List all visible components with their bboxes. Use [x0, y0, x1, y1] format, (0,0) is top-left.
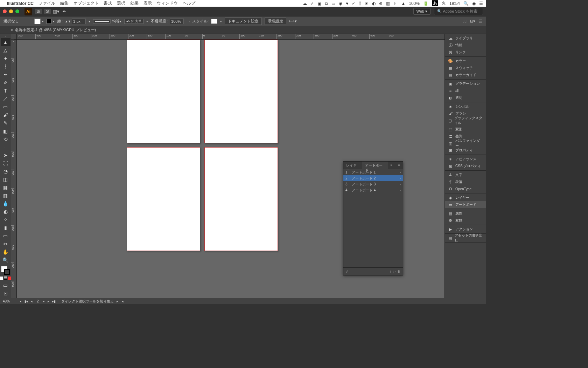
- weather-icon[interactable]: ☀: [365, 1, 369, 6]
- panel-item[interactable]: ▦スウォッチ: [445, 64, 486, 71]
- menu-edit[interactable]: 編集: [60, 0, 69, 6]
- panel-item[interactable]: ▤カラーガイド: [445, 71, 486, 79]
- perspective-tool[interactable]: ◫: [1, 175, 10, 183]
- move-up-icon[interactable]: ↑: [390, 270, 391, 273]
- layers-tab[interactable]: レイヤー: [343, 162, 362, 169]
- panel-item[interactable]: ◈レイヤー: [445, 194, 486, 201]
- volume-icon[interactable]: ▲: [401, 1, 405, 6]
- panel-item[interactable]: ▶アクション: [445, 226, 486, 233]
- arrange-icon[interactable]: ▥▾: [53, 9, 59, 14]
- last-artboard-icon[interactable]: ▸▮: [52, 300, 56, 303]
- prefs-button[interactable]: 環境設定: [265, 18, 286, 25]
- horizontal-ruler[interactable]: 5004504003503002502001501005005010015020…: [17, 34, 444, 40]
- menu-view[interactable]: 表示: [144, 0, 152, 6]
- status-icon[interactable]: ✓: [352, 1, 355, 6]
- siri-icon[interactable]: ◉: [472, 1, 476, 6]
- battery-icon[interactable]: 🔋: [423, 1, 428, 6]
- rectangle-tool[interactable]: ▭: [1, 103, 10, 111]
- curvature-tool[interactable]: ✐: [1, 79, 10, 87]
- panel-item[interactable]: ▤アセットの書き出し: [445, 234, 486, 241]
- panel-item[interactable]: ▢グラフィックスタイル: [445, 117, 486, 124]
- ime-indicator[interactable]: あ: [432, 0, 438, 6]
- menu-type[interactable]: 書式: [104, 0, 112, 6]
- panel-item[interactable]: ◫パスファインダー: [445, 140, 486, 147]
- doc-setup-button[interactable]: ドキュメント設定: [225, 18, 262, 25]
- none-mode[interactable]: [8, 277, 11, 280]
- battery-status[interactable]: ▥: [386, 1, 390, 6]
- gradient-tool[interactable]: ▥: [1, 191, 10, 199]
- ruler-origin[interactable]: [11, 34, 17, 40]
- fill-stroke-control[interactable]: [1, 266, 10, 275]
- menu-effect[interactable]: 効果: [130, 0, 139, 6]
- panel-item[interactable]: ▭アートボード: [445, 201, 486, 208]
- app-name[interactable]: Illustrator CC: [7, 1, 34, 6]
- artboard-2[interactable]: [204, 40, 278, 143]
- panel-item[interactable]: ⌘リンク: [445, 49, 486, 56]
- brush-preview[interactable]: ● 5 pt. 丸筆: [124, 19, 144, 24]
- shaper-tool[interactable]: ✎: [1, 119, 10, 127]
- panel-item[interactable]: ⊞CSS プロパティ: [445, 163, 486, 170]
- stock-search[interactable]: 🔍 Adobe Stock を検索: [434, 8, 483, 15]
- artboard-1[interactable]: [127, 40, 200, 143]
- screen-mode[interactable]: ▭: [1, 281, 10, 289]
- edit-mode[interactable]: ⊡: [1, 289, 10, 297]
- width-tool[interactable]: ➤: [1, 151, 10, 159]
- artboard-number-input[interactable]: [34, 299, 42, 303]
- blend-tool[interactable]: ◐: [1, 207, 10, 216]
- menu-window[interactable]: ウィンドウ: [157, 0, 178, 6]
- canvas-area[interactable]: 5004504003503002502001501005005010015020…: [11, 34, 444, 298]
- shape-builder-tool[interactable]: ◔: [1, 167, 10, 175]
- mesh-tool[interactable]: ▦: [1, 183, 10, 191]
- next-artboard-icon[interactable]: ▸: [48, 300, 49, 303]
- status-icon[interactable]: ᛖ: [359, 1, 361, 6]
- eyedropper-tool[interactable]: 💧: [1, 199, 10, 207]
- panel-item[interactable]: ♣シンボル: [445, 103, 486, 110]
- lasso-tool[interactable]: ⟆: [1, 62, 10, 70]
- new-artboard-icon[interactable]: ▫: [395, 270, 397, 273]
- menu-object[interactable]: オブジェクト: [74, 0, 99, 6]
- opacity-input[interactable]: [170, 19, 184, 24]
- first-artboard-icon[interactable]: ▮◂: [24, 300, 28, 303]
- window-minimize[interactable]: [9, 9, 13, 13]
- panel-item[interactable]: ▣グラデーション: [445, 80, 486, 87]
- panel-item[interactable]: A文字: [445, 171, 486, 178]
- fill-swatch[interactable]: [34, 19, 41, 24]
- menu-select[interactable]: 選択: [117, 0, 125, 6]
- free-transform-tool[interactable]: ⛶: [1, 159, 10, 167]
- panel-menu-icon[interactable]: ≡: [395, 162, 403, 169]
- artboard-row[interactable]: 1アートボード 1▫: [343, 169, 403, 175]
- workspace-dropdown[interactable]: Web ▾: [413, 8, 430, 15]
- artboards-tab[interactable]: アートボード: [362, 162, 388, 169]
- color-mode[interactable]: [0, 277, 3, 280]
- close-tab-icon[interactable]: ×: [10, 28, 13, 33]
- slice-tool[interactable]: ✂: [1, 240, 10, 248]
- clock-icon[interactable]: ◐: [372, 1, 376, 6]
- zoom-tool[interactable]: 🔍: [1, 256, 10, 264]
- move-down-icon[interactable]: ↓: [392, 270, 394, 273]
- rearrange-icon[interactable]: ⤢: [345, 270, 348, 273]
- cc-icon[interactable]: ◉: [339, 1, 342, 6]
- stroke-width-input[interactable]: [72, 19, 86, 24]
- view-toggle-icon[interactable]: ⊟▾: [470, 19, 475, 23]
- panel-item[interactable]: ▤属性: [445, 210, 486, 217]
- panel-item[interactable]: 🎨カラー: [445, 57, 486, 64]
- status-icon[interactable]: ▭: [331, 1, 335, 6]
- clock-time[interactable]: 18:54: [449, 1, 460, 6]
- hand-tool[interactable]: ✋: [1, 248, 10, 256]
- window-zoom[interactable]: [15, 9, 19, 13]
- style-swatch[interactable]: [211, 19, 217, 24]
- type-tool[interactable]: T: [1, 87, 10, 95]
- vertical-ruler[interactable]: 050100150200250300350400450500550600650: [11, 40, 17, 298]
- menu-help[interactable]: ヘルプ: [183, 0, 195, 6]
- artboard-tool[interactable]: ▭: [1, 232, 10, 240]
- battery-percent[interactable]: 100%: [409, 1, 420, 6]
- stock-chip[interactable]: St: [44, 9, 51, 14]
- document-tab-title[interactable]: 名称未設定-1 @ 49% (CMYK/GPU プレビュー): [15, 27, 96, 33]
- delete-icon[interactable]: 🗑: [397, 270, 401, 273]
- artboard-row[interactable]: 4アートボード 4▫: [343, 187, 403, 193]
- artboard-3[interactable]: [127, 147, 200, 251]
- menu-icon[interactable]: ☰: [479, 1, 483, 6]
- panel-item[interactable]: ⓘ情報: [445, 42, 486, 49]
- selection-tool[interactable]: ▲: [1, 38, 10, 46]
- panel-item[interactable]: ☀アピアランス: [445, 156, 486, 163]
